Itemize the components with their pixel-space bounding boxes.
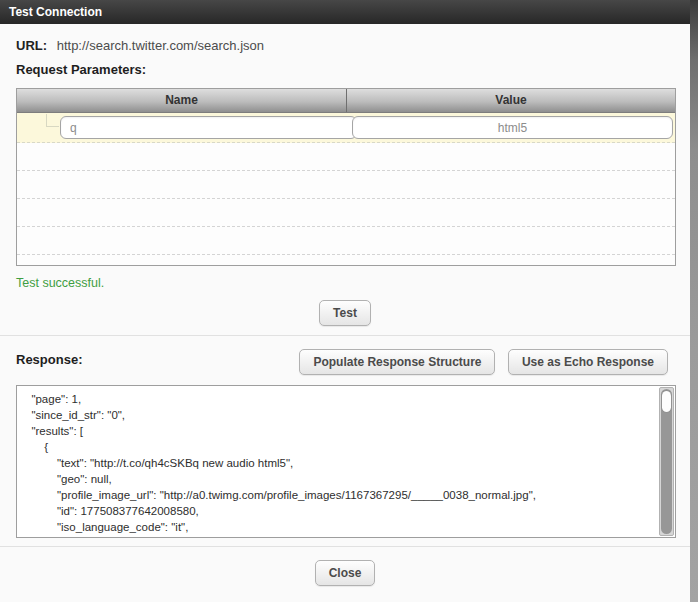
response-panel[interactable]: "page": 1, "since_id_str": "0", "results… [16,385,676,538]
grid-empty-row[interactable] [17,227,675,255]
test-connection-dialog: Test Connection URL: http://search.twitt… [0,0,690,602]
test-button[interactable]: Test [319,300,371,326]
column-header-value[interactable]: Value [347,89,675,112]
scrollbar-thumb[interactable] [662,391,671,412]
test-status-message: Test successful. [16,276,104,290]
response-scrollbar[interactable] [659,387,674,536]
dialog-titlebar: Test Connection [0,0,690,24]
section-divider [0,546,690,547]
request-params-grid: Name Value [16,88,676,266]
populate-response-structure-button[interactable]: Populate Response Structure [299,349,495,375]
url-value: http://search.twitter.com/search.json [57,38,264,53]
test-button-row: Test [0,300,690,326]
close-button-row: Close [0,560,690,586]
param-row[interactable] [17,113,675,143]
dialog-title: Test Connection [9,5,102,19]
tree-connector-icon [46,114,59,127]
response-label: Response: [16,352,82,367]
grid-empty-row[interactable] [17,143,675,171]
request-parameters-label: Request Parameters: [16,62,146,77]
grid-filler [17,255,675,265]
response-buttons: Populate Response Structure Use as Echo … [291,349,668,375]
param-name-input[interactable] [60,116,357,139]
close-button[interactable]: Close [315,560,376,586]
column-header-name[interactable]: Name [17,89,347,112]
grid-header: Name Value [17,89,675,113]
grid-empty-rows [17,143,675,265]
response-text: "page": 1, "since_id_str": "0", "results… [17,386,675,538]
grid-empty-row[interactable] [17,171,675,199]
use-as-echo-response-button[interactable]: Use as Echo Response [508,349,668,375]
background-page-strip [690,0,698,602]
param-value-input[interactable] [352,116,673,139]
section-divider [0,335,690,336]
url-row: URL: http://search.twitter.com/search.js… [16,38,264,53]
grid-empty-row[interactable] [17,199,675,227]
url-label: URL: [16,38,47,53]
